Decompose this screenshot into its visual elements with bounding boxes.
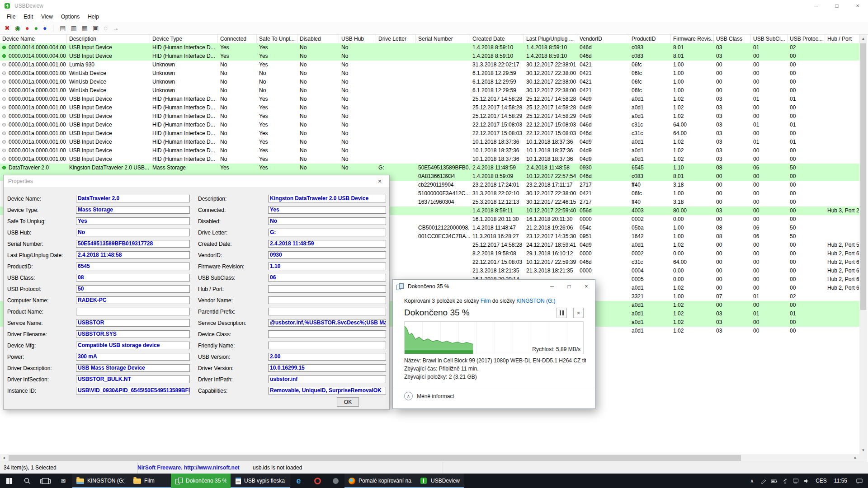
- taskbar-button-pinned-1[interactable]: [308, 474, 326, 488]
- field-value[interactable]: 2.00: [268, 353, 386, 361]
- table-row-1[interactable]: 0000.0014.0000.004.00...USB Input Device…: [0, 43, 859, 52]
- column-header-7[interactable]: USB Hub: [339, 35, 376, 43]
- mail-button[interactable]: ✉: [54, 474, 72, 488]
- destination-folder-link[interactable]: KINGSTON (G:): [516, 298, 555, 304]
- taskbar-button-notepad[interactable]: USB vypis fleska: [231, 474, 290, 488]
- field-value[interactable]: Mass Storage: [76, 206, 190, 214]
- find-icon[interactable]: ◌: [104, 25, 107, 31]
- clock[interactable]: 11:55: [830, 478, 851, 484]
- field-value[interactable]: Yes: [268, 206, 386, 214]
- less-info-toggle[interactable]: ∧ Méně informací: [404, 392, 454, 400]
- vertical-scrollbar[interactable]: ▲ ▼: [859, 35, 867, 454]
- table-row-3[interactable]: 0000.001a.0000.001.00...Lumia 930Unknown…: [0, 61, 859, 69]
- taskbar-button-usbdeview[interactable]: USBDeview: [416, 474, 464, 488]
- table-row-10[interactable]: 0000.001a.0000.001.00...USB Input Device…: [0, 121, 859, 129]
- field-value[interactable]: RADEK-PC: [76, 296, 190, 304]
- task-view-button[interactable]: [36, 474, 54, 488]
- table-row-12[interactable]: 0000.001a.0000.001.00...USB Input Device…: [0, 138, 859, 146]
- field-value[interactable]: 08: [76, 274, 190, 282]
- scroll-left-icon[interactable]: ◄: [0, 454, 8, 462]
- scroll-up-icon[interactable]: ▲: [859, 35, 867, 42]
- cancel-copy-button[interactable]: ×: [573, 308, 584, 318]
- field-value[interactable]: 300 mA: [76, 353, 190, 361]
- column-header-16[interactable]: USB SubCl...: [751, 35, 788, 43]
- scroll-down-icon[interactable]: ▼: [859, 446, 867, 454]
- field-value[interactable]: 2.4.2018 11:48:59: [268, 240, 386, 248]
- field-value[interactable]: [268, 296, 386, 304]
- disconnect-icon[interactable]: ●: [25, 25, 29, 31]
- field-value[interactable]: 50E549513589BFB019317728: [76, 240, 190, 248]
- pause-button[interactable]: [557, 308, 567, 318]
- ok-button[interactable]: OK: [337, 397, 359, 407]
- field-value[interactable]: [268, 330, 386, 338]
- properties-icon[interactable]: ▦: [82, 25, 88, 31]
- search-button[interactable]: [18, 474, 36, 488]
- save-icon[interactable]: ▤: [60, 25, 66, 31]
- table-row-6[interactable]: 0000.001a.0000.001.00...WinUsb DeviceUnk…: [0, 86, 859, 95]
- field-value[interactable]: G:: [268, 229, 386, 236]
- network-tray-icon[interactable]: [790, 478, 801, 484]
- field-value[interactable]: 50: [76, 285, 190, 293]
- html-report-icon[interactable]: ▣: [93, 25, 99, 31]
- start-button[interactable]: [0, 474, 18, 488]
- field-value[interactable]: 06: [268, 274, 386, 282]
- field-value[interactable]: No: [76, 229, 190, 236]
- scroll-right-icon[interactable]: ►: [852, 454, 859, 462]
- field-value[interactable]: No: [268, 217, 386, 225]
- column-header-8[interactable]: Drive Letter: [376, 35, 416, 43]
- field-value[interactable]: 2.4.2018 11:48:58: [76, 251, 190, 259]
- column-header-6[interactable]: Disabled: [297, 35, 339, 43]
- usb-tray-icon[interactable]: [779, 478, 790, 484]
- copy-close-button[interactable]: ×: [578, 280, 595, 293]
- column-header-12[interactable]: VendorID: [577, 35, 629, 43]
- taskbar-button-edge[interactable]: [290, 474, 308, 488]
- menu-item-options[interactable]: Options: [57, 13, 84, 21]
- close-button[interactable]: ×: [847, 0, 868, 12]
- table-row-8[interactable]: 0000.001a.0000.001.00...USB Input Device…: [0, 103, 859, 112]
- field-value[interactable]: Removable, UniqueID, SurpriseRemovalOK: [268, 387, 386, 394]
- field-value[interactable]: USBSTOR.SYS: [76, 330, 190, 338]
- column-header-17[interactable]: USB Protoc...: [788, 35, 825, 43]
- horizontal-scroll-thumb[interactable]: [9, 455, 741, 461]
- field-value[interactable]: Kingston DataTraveler 2.0 USB Device: [268, 195, 386, 202]
- enable-device-icon[interactable]: ●: [34, 25, 38, 31]
- table-row-4[interactable]: 0000.001a.0000.001.00...WinUsb DeviceUnk…: [0, 69, 859, 78]
- vertical-scroll-thumb[interactable]: [860, 43, 866, 310]
- hidden-icons-chevron[interactable]: ∧: [746, 478, 758, 484]
- field-value[interactable]: [268, 285, 386, 293]
- status-nirsoft-link[interactable]: NirSoft Freeware. http://www.nirsoft.net: [134, 462, 253, 474]
- field-value[interactable]: [268, 308, 386, 315]
- table-row-15[interactable]: DataTraveler 2.0Kingston DataTraveler 2.…: [0, 164, 859, 172]
- taskbar-button-copy-progress[interactable]: Dokončeno 35 %: [171, 474, 231, 488]
- table-row-2[interactable]: 0000.0014.0000.004.00...USB Input Device…: [0, 52, 859, 61]
- copy-icon[interactable]: ▥: [71, 25, 77, 31]
- battery-tray-icon[interactable]: [769, 478, 779, 484]
- field-value[interactable]: 1.10: [268, 263, 386, 270]
- field-value[interactable]: @usbstor.inf,%USBSTOR.SvcDesc%;USB Mass …: [268, 319, 386, 327]
- volume-tray-icon[interactable]: [801, 478, 812, 484]
- taskbar-button-film[interactable]: Film: [129, 474, 171, 488]
- column-header-10[interactable]: Created Date: [470, 35, 524, 43]
- taskbar-button-kingston[interactable]: KINGSTON (G:): [72, 474, 129, 488]
- taskbar-button-firefox[interactable]: Pomalé kopírování na...: [344, 474, 416, 488]
- language-indicator[interactable]: CES: [812, 478, 830, 484]
- taskbar-button-pinned-2[interactable]: [326, 474, 344, 488]
- table-row-11[interactable]: 0000.001a.0000.001.00...USB Input Device…: [0, 129, 859, 138]
- column-header-3[interactable]: Device Type: [150, 35, 218, 43]
- field-value[interactable]: 6545: [76, 263, 190, 270]
- disable-device-icon[interactable]: ●: [43, 25, 47, 31]
- column-header-11[interactable]: Last Plug/Unplug ...: [524, 35, 577, 43]
- table-row-7[interactable]: 0000.001a.0000.001.00...USB Input Device…: [0, 95, 859, 103]
- pen-tray-icon[interactable]: [758, 478, 769, 484]
- menu-item-file[interactable]: File: [3, 13, 19, 21]
- copy-minimize-button[interactable]: ─: [543, 280, 561, 293]
- copy-maximize-button[interactable]: □: [561, 280, 578, 293]
- table-row-13[interactable]: 0000.001a.0000.001.00...USB Input Device…: [0, 146, 859, 155]
- column-header-15[interactable]: USB Class: [714, 35, 751, 43]
- field-value[interactable]: USB Mass Storage Device: [76, 364, 190, 372]
- field-value[interactable]: USB\VID_0930&PID_6545\50E549513589BFB019…: [76, 387, 190, 394]
- menu-item-edit[interactable]: Edit: [19, 13, 37, 21]
- column-header-5[interactable]: Safe To Unpl...: [257, 35, 297, 43]
- properties-close-button[interactable]: ×: [370, 175, 389, 187]
- options-icon[interactable]: ◉: [15, 25, 20, 31]
